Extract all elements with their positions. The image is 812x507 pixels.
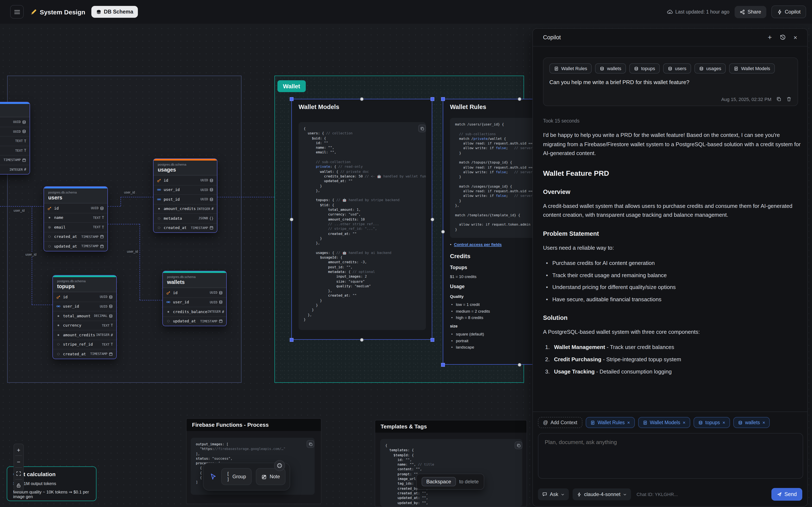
chat-input[interactable]: [538, 433, 803, 479]
zoom-out-button[interactable]: −: [13, 456, 24, 467]
context-chip[interactable]: Wallet Rules: [549, 63, 592, 73]
firebase-functions-panel[interactable]: Firebase Functions - Process output_imag…: [186, 418, 321, 504]
table-row[interactable]: email TEXTT: [44, 222, 107, 232]
remove-chip-icon[interactable]: ×: [683, 420, 686, 425]
table-row[interactable]: metadata JSONB{}: [154, 213, 217, 223]
table-row[interactable]: total_amount DECIMAL: [53, 311, 116, 321]
selection-handle[interactable]: [441, 230, 445, 233]
table-header[interactable]: postgres.db.schema topups: [53, 277, 116, 292]
selection-handle[interactable]: [290, 338, 293, 342]
group-button[interactable]: [ ] Group: [221, 468, 251, 485]
table-header[interactable]: postgres.db.schema users: [44, 188, 107, 203]
table-row[interactable]: created_at TIMESTAMP: [44, 232, 107, 241]
templates-tags-panel[interactable]: Templates & Tags { templates: { $tempId:…: [375, 420, 527, 507]
table-row[interactable]: INTEGER#: [0, 165, 30, 174]
copilot-toggle-button[interactable]: Copilot: [771, 5, 806, 18]
selection-handle[interactable]: [290, 97, 293, 101]
templates-code[interactable]: { templates: { $tempId: { id: "", name: …: [380, 439, 522, 507]
history-icon[interactable]: [779, 34, 786, 41]
zoom-in-button[interactable]: +: [13, 444, 24, 455]
context-chip[interactable]: Wallet Models×: [638, 417, 690, 428]
wallet-models-card[interactable]: Wallet Models { users: { // collection $…: [291, 99, 432, 340]
table-row[interactable]: stripe_ref_id TEXTT: [53, 339, 116, 349]
remove-chip-icon[interactable]: ×: [763, 420, 765, 425]
table-row[interactable]: user_id UUID: [53, 301, 116, 311]
problem-paragraph: Users need a reliable way to:: [543, 243, 801, 252]
user-message-text: Can you help me write a brief PRD for th…: [549, 79, 792, 86]
table-header[interactable]: postgres.db.schema usages: [154, 161, 217, 175]
send-button[interactable]: Send: [771, 488, 802, 501]
wallet-group-label[interactable]: Wallet: [277, 80, 306, 92]
selection-handle[interactable]: [517, 97, 521, 101]
table-row[interactable]: amount_credits INTEGER#: [53, 330, 116, 339]
field-type: TIMESTAMP: [82, 235, 104, 239]
table-row[interactable]: user_id UUID: [163, 297, 226, 307]
context-chip[interactable]: topups×: [694, 417, 730, 428]
table-row[interactable]: updated_at TIMESTAMP: [44, 241, 107, 251]
fit-view-button[interactable]: [13, 468, 24, 479]
table-row[interactable]: name TEXTT: [44, 213, 107, 222]
share-button[interactable]: Share: [734, 6, 766, 18]
context-chip[interactable]: wallets×: [733, 417, 770, 428]
table-topups[interactable]: postgres.db.schema topups id UUID user_i…: [52, 275, 117, 359]
table-row[interactable]: id UUID: [44, 203, 107, 213]
table-row[interactable]: created_at TIMESTAMP: [53, 349, 116, 358]
table-header[interactable]: postgres.db.schema wallets: [163, 273, 226, 288]
table-clipped[interactable]: UUID UUID TEXTT TEXTT TIMESTAMP INTEGER#: [0, 102, 30, 174]
mode-dropdown[interactable]: Ask: [538, 489, 569, 500]
palette-button[interactable]: [274, 460, 285, 471]
context-chip[interactable]: wallets: [595, 63, 626, 73]
selection-handle[interactable]: [430, 217, 434, 221]
table-row[interactable]: updated_at TIMESTAMP: [163, 316, 226, 326]
table-row[interactable]: user_id UUID: [154, 185, 217, 194]
table-row[interactable]: id UUID: [154, 175, 217, 185]
copy-icon[interactable]: [418, 125, 426, 132]
table-row[interactable]: created_at TIMESTAMP: [154, 223, 217, 232]
selection-handle[interactable]: [441, 97, 445, 101]
copy-icon[interactable]: [307, 440, 314, 448]
table-usages[interactable]: postgres.db.schema usages id UUID user_i…: [153, 158, 217, 233]
trash-icon[interactable]: [786, 96, 792, 102]
table-row[interactable]: UUID: [0, 126, 30, 136]
model-dropdown[interactable]: claude-4-sonnet: [573, 489, 631, 500]
lock-button[interactable]: [13, 480, 24, 491]
control-access-link[interactable]: Control access per fields: [454, 242, 502, 247]
select-tool-icon[interactable]: [209, 473, 217, 481]
field-name: updated_at: [173, 319, 196, 324]
table-row[interactable]: UUID: [0, 117, 30, 126]
table-row[interactable]: id UUID: [53, 292, 116, 301]
selection-handle[interactable]: [517, 363, 521, 367]
context-chip[interactable]: Wallet Models: [729, 63, 775, 73]
tab-db-schema[interactable]: DB Schema: [91, 6, 138, 18]
menu-button[interactable]: [10, 5, 24, 18]
table-row[interactable]: currency TEXTT: [53, 321, 116, 330]
table-row[interactable]: post_id UUID: [154, 194, 217, 204]
copy-icon[interactable]: [776, 96, 781, 102]
context-chip[interactable]: users: [663, 63, 691, 73]
selection-handle[interactable]: [441, 363, 445, 367]
selection-handle[interactable]: [430, 338, 434, 342]
table-wallets[interactable]: postgres.db.schema wallets id UUID user_…: [162, 271, 227, 326]
table-users[interactable]: postgres.db.schema users id UUID name TE…: [44, 186, 108, 251]
context-chip[interactable]: topups: [629, 63, 660, 73]
odot-icon: [56, 352, 60, 356]
table-row[interactable]: TIMESTAMP: [0, 155, 30, 165]
selection-handle[interactable]: [290, 217, 293, 221]
table-row[interactable]: amount_credits INTEGER#: [154, 204, 217, 213]
table-row[interactable]: credits_balance INTEGER#: [163, 307, 226, 316]
add-context-button[interactable]: @ Add Context: [538, 417, 582, 428]
selection-handle[interactable]: [430, 97, 434, 101]
copy-icon[interactable]: [515, 442, 522, 449]
selection-handle[interactable]: [360, 97, 363, 101]
remove-chip-icon[interactable]: ×: [722, 420, 725, 425]
close-icon[interactable]: ×: [794, 34, 797, 41]
table-row[interactable]: TEXTT: [0, 146, 30, 155]
table-row[interactable]: TEXTT: [0, 136, 30, 146]
wallet-models-code[interactable]: { users: { // collection $uid: { id: "" …: [299, 122, 426, 330]
context-chip[interactable]: Wallet Rules×: [586, 417, 635, 428]
table-row[interactable]: id UUID: [163, 288, 226, 297]
selection-handle[interactable]: [360, 338, 363, 342]
remove-chip-icon[interactable]: ×: [627, 420, 630, 425]
context-chip[interactable]: usages: [695, 63, 726, 73]
new-chat-button[interactable]: +: [768, 34, 772, 41]
